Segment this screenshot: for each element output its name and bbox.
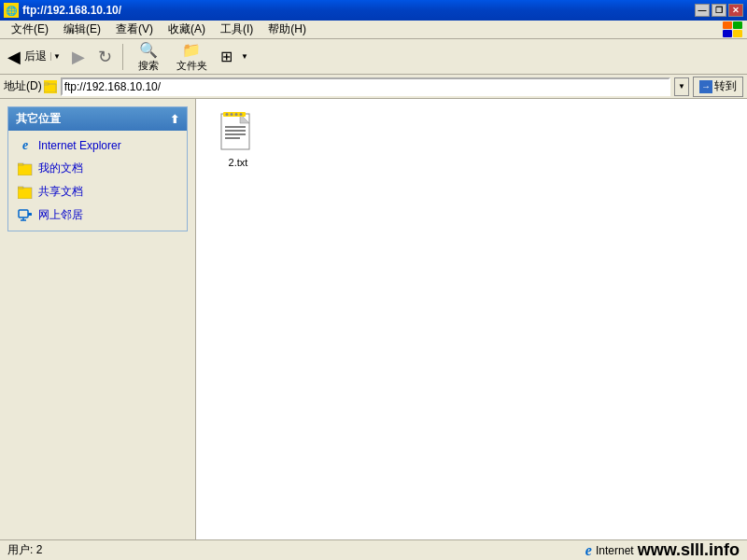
search-icon: 🔍: [139, 41, 158, 59]
goto-label: 转到: [714, 78, 737, 94]
file-item-2txt[interactable]: 2.txt: [205, 108, 271, 172]
goto-arrow-icon: →: [699, 80, 712, 93]
svg-point-23: [231, 113, 233, 116]
window-icon: 🌐: [4, 3, 19, 18]
sidebar-section-title: 其它位置: [16, 111, 61, 127]
title-bar: 🌐 ftp://192.168.10.10/ — ❐ ✕: [0, 0, 747, 21]
view-button-group: ⊞ ▼: [215, 46, 251, 67]
winxp-logo: [723, 21, 743, 38]
status-bar: 用户: 2 e Internet www.slll.info: [0, 539, 747, 560]
svg-rect-0: [723, 21, 732, 29]
sidebar-item-ie-label: Internet Explorer: [38, 139, 121, 152]
main-area: 其它位置 ⬆ e Internet Explorer: [0, 99, 747, 539]
menu-tools[interactable]: 工具(I): [213, 20, 261, 39]
close-button[interactable]: ✕: [728, 4, 743, 17]
toolbar-separator-1: [122, 44, 123, 70]
svg-point-25: [240, 113, 243, 116]
forward-button[interactable]: ▶: [66, 45, 91, 69]
network-icon: [18, 208, 33, 223]
file-area: 2.txt: [196, 99, 747, 539]
folder-label: 文件夹: [176, 59, 207, 73]
menu-favorites[interactable]: 收藏(A): [161, 20, 213, 39]
view-button[interactable]: ⊞: [215, 46, 238, 67]
refresh-icon: ↻: [98, 47, 112, 67]
folder-icon: 📁: [182, 41, 201, 59]
svg-rect-7: [18, 163, 23, 165]
svg-rect-1: [733, 21, 742, 29]
svg-rect-4: [44, 84, 56, 92]
ie-status-icon: e: [585, 542, 592, 559]
address-folder-icon: [44, 80, 57, 93]
folder-button[interactable]: 📁 文件夹: [171, 39, 213, 75]
minimize-button[interactable]: —: [695, 4, 710, 17]
sidebar-item-my-docs-label: 我的文档: [38, 161, 83, 176]
back-icon: ◀: [7, 47, 21, 67]
title-bar-left: 🌐 ftp://192.168.10.10/: [4, 3, 121, 18]
address-dropdown[interactable]: ▼: [674, 77, 689, 96]
search-button[interactable]: 🔍 搜索: [128, 39, 169, 75]
file-label-2txt: 2.txt: [229, 157, 248, 168]
back-arrow-icon: ▼: [50, 52, 61, 61]
menu-help[interactable]: 帮助(H): [261, 20, 314, 39]
txt-file-icon: [219, 112, 257, 155]
sidebar-section-header[interactable]: 其它位置 ⬆: [8, 107, 187, 131]
sidebar-content: e Internet Explorer 我的文档: [8, 131, 187, 231]
restore-button[interactable]: ❐: [712, 4, 726, 17]
svg-rect-13: [28, 213, 32, 216]
watermark: www.slll.info: [638, 540, 740, 560]
svg-rect-6: [18, 164, 32, 175]
menu-view[interactable]: 查看(V): [108, 20, 161, 39]
svg-rect-3: [733, 30, 742, 37]
menu-bar: 文件(E) 编辑(E) 查看(V) 收藏(A) 工具(I) 帮助(H): [0, 21, 747, 39]
toolbar: ◀ 后退 ▼ ▶ ↻ 🔍 搜索 📁 文件夹 ⊞ ▼: [0, 39, 747, 75]
refresh-button[interactable]: ↻: [92, 45, 118, 69]
goto-button[interactable]: → 转到: [693, 77, 743, 97]
sidebar-item-network-label: 网上邻居: [38, 207, 83, 223]
search-label: 搜索: [138, 59, 159, 73]
address-label: 地址(D): [4, 78, 57, 94]
status-user: 用户: 2: [7, 542, 42, 558]
back-button-group: ◀ 后退 ▼: [4, 45, 64, 69]
window-title: ftp://192.168.10.10/: [22, 4, 121, 17]
sidebar-item-shared-docs[interactable]: 共享文档: [8, 180, 187, 203]
sidebar-section-other-locations: 其它位置 ⬆ e Internet Explorer: [7, 106, 188, 231]
address-bar: 地址(D) ▼ → 转到: [0, 75, 747, 99]
view-arrow-icon[interactable]: ▼: [238, 52, 251, 61]
my-docs-icon: [18, 161, 33, 176]
svg-rect-10: [19, 210, 28, 217]
sidebar-collapse-icon: ⬆: [170, 113, 179, 126]
svg-point-22: [226, 113, 229, 116]
back-label: 后退: [24, 49, 47, 64]
view-icon: ⊞: [220, 48, 233, 65]
svg-rect-5: [44, 83, 49, 85]
svg-rect-9: [18, 187, 23, 189]
sidebar-item-network[interactable]: 网上邻居: [8, 203, 187, 227]
sidebar-item-shared-docs-label: 共享文档: [38, 184, 83, 200]
forward-icon: ▶: [72, 47, 85, 67]
back-button[interactable]: ◀ 后退 ▼: [4, 45, 64, 69]
svg-rect-8: [18, 188, 32, 199]
svg-point-24: [235, 113, 238, 116]
shared-docs-icon: [18, 185, 33, 200]
menu-file[interactable]: 文件(E): [4, 20, 56, 39]
sidebar-item-my-docs[interactable]: 我的文档: [8, 157, 187, 180]
ie-icon: e: [18, 138, 33, 153]
address-input[interactable]: [61, 77, 670, 96]
svg-rect-2: [723, 30, 732, 37]
menu-edit[interactable]: 编辑(E): [56, 20, 108, 39]
status-right: e Internet www.slll.info: [585, 540, 740, 560]
sidebar-item-ie[interactable]: e Internet Explorer: [8, 134, 187, 157]
sidebar: 其它位置 ⬆ e Internet Explorer: [0, 99, 196, 539]
title-bar-buttons: — ❐ ✕: [695, 4, 743, 17]
ie-status-label: Internet: [596, 544, 634, 557]
